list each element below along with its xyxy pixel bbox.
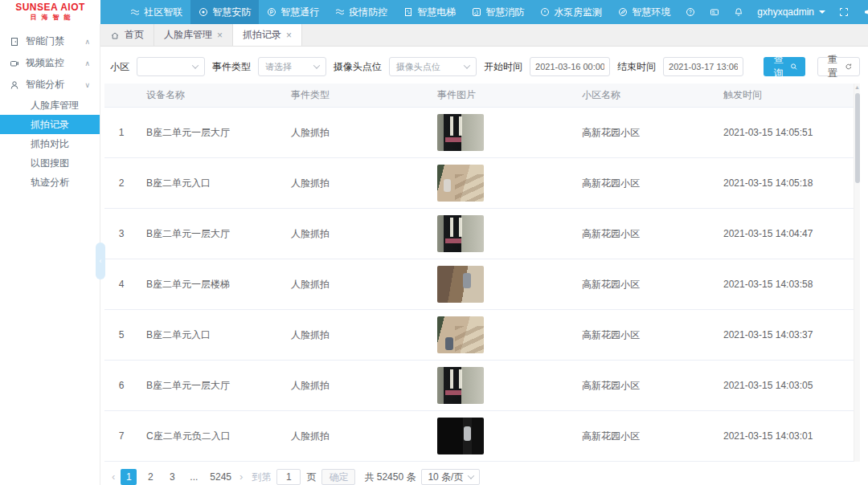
end-time-input[interactable] — [663, 57, 743, 76]
page-button-2[interactable]: 2 — [142, 469, 158, 485]
event-image-cell — [429, 411, 574, 462]
nav-item-水泵房监测[interactable]: 水泵房监测 — [532, 0, 610, 24]
nav-item-智慧通行[interactable]: 智慧通行 — [259, 0, 327, 24]
device-name: B座二单元入口 — [138, 158, 283, 209]
table-row: 7C座二单元负二入口人脸抓拍高新花园小区2021-03-15 14:03:01 — [104, 411, 854, 462]
nav-item-社区智联[interactable]: 社区智联 — [122, 0, 190, 24]
app-root: SUNSEA AIOT 日海智能 社区智联智慧安防智慧通行疫情防控智慧电梯智慧消… — [0, 0, 868, 485]
community-name: 高新花园小区 — [574, 259, 715, 310]
scroll-up-icon[interactable]: ▲ — [854, 84, 860, 92]
event-snapshot[interactable] — [437, 215, 484, 252]
nav-item-智慧安防[interactable]: 智慧安防 — [190, 0, 259, 24]
event-snapshot[interactable] — [437, 367, 484, 404]
community-label: 小区 — [110, 60, 129, 74]
elevator-icon — [403, 7, 413, 17]
community-name: 高新花园小区 — [574, 108, 715, 158]
event-snapshot[interactable] — [437, 165, 484, 202]
filter-bar: 小区 事件类型 请选择 摄像头点位 摄像头点位 开始时间 结束时间 — [100, 47, 868, 84]
nav-item-疫情防控[interactable]: 疫情防控 — [327, 0, 395, 24]
prev-page-icon[interactable]: ‹ — [112, 469, 115, 485]
row-index: 7 — [104, 411, 138, 462]
sidebar-item-人脸库管理[interactable]: 人脸库管理 — [0, 96, 100, 115]
refresh-icon — [845, 62, 852, 71]
person-icon — [10, 80, 19, 90]
total-count-label: 共 52450 条 — [364, 471, 416, 484]
row-index: 4 — [104, 259, 138, 310]
table-scrollbar[interactable]: ▲ — [854, 84, 860, 462]
camera-icon — [10, 59, 19, 68]
goto-page-input[interactable] — [276, 469, 301, 485]
sidebar-collapse-handle[interactable]: ‹ — [96, 243, 105, 279]
camera-label: 摄像头点位 — [334, 60, 382, 74]
page-button-...[interactable]: ... — [186, 469, 202, 485]
top-nav: 社区智联智慧安防智慧通行疫情防控智慧电梯智慧消防水泵房监测智慧环境 — [122, 0, 678, 24]
event-image-cell — [429, 361, 574, 411]
end-time-label: 结束时间 — [617, 60, 656, 74]
camera-select[interactable]: 摄像头点位 — [389, 57, 477, 76]
event-type: 人脸抓拍 — [283, 108, 429, 158]
goto-confirm-button[interactable]: 确定 — [321, 469, 355, 485]
community-name: 高新花园小区 — [574, 310, 715, 361]
community-select[interactable] — [137, 57, 205, 76]
tab-首页[interactable]: 首页 — [100, 24, 154, 46]
page-size-select[interactable]: 10 条/页 — [421, 469, 480, 485]
sidebar-group-智能门禁[interactable]: 智能门禁∧ — [0, 31, 100, 52]
event-image-cell — [429, 209, 574, 259]
page-numbers: 123...5245 — [121, 469, 234, 485]
event-image-cell — [429, 108, 574, 158]
epidemic-icon — [335, 7, 345, 17]
event-snapshot[interactable] — [437, 418, 484, 454]
event-type: 人脸抓拍 — [283, 259, 429, 310]
chevron-down-icon: ∨ — [84, 81, 90, 89]
event-type-select[interactable]: 请选择 — [258, 57, 326, 76]
event-snapshot[interactable] — [437, 266, 484, 303]
table-header-row: 设备名称事件类型事件图片小区名称触发时间 — [104, 84, 854, 108]
page-button-5245[interactable]: 5245 — [207, 469, 234, 485]
sidebar-group-视频监控[interactable]: 视频监控∧ — [0, 52, 100, 74]
nav-item-智慧消防[interactable]: 智慧消防 — [464, 0, 532, 24]
tab-人脸库管理[interactable]: 人脸库管理× — [154, 24, 233, 46]
card-icon[interactable] — [702, 0, 727, 24]
help-icon[interactable] — [678, 0, 702, 24]
sidebar-group-智能分析[interactable]: 智能分析∨ — [0, 74, 100, 96]
next-page-icon[interactable]: › — [240, 469, 243, 485]
sidebar-item-轨迹分析[interactable]: 轨迹分析 — [0, 173, 100, 192]
table-row: 4B座二单元一层楼梯人脸抓拍高新花园小区2021-03-15 14:03:58 — [104, 259, 854, 310]
event-image-cell — [429, 310, 574, 361]
goto-label: 到第 — [252, 471, 271, 484]
search-icon — [790, 62, 797, 71]
pagination: ‹ 123...5245 › 到第 页 确定 共 52450 条 10 条/页 — [100, 462, 868, 485]
sidebar-item-以图搜图[interactable]: 以图搜图 — [0, 153, 100, 173]
page-button-1[interactable]: 1 — [121, 469, 137, 485]
reset-button[interactable]: 重置 — [817, 57, 860, 76]
brand-logo: SUNSEA AIOT 日海智能 — [0, 0, 100, 24]
fullscreen-icon[interactable] — [832, 0, 856, 24]
chevron-down-icon — [819, 10, 825, 17]
sidebar-item-抓拍对比[interactable]: 抓拍对比 — [0, 134, 100, 153]
bell-icon[interactable] — [727, 0, 751, 24]
tab-抓拍记录[interactable]: 抓拍记录× — [233, 24, 302, 46]
row-index: 3 — [104, 209, 138, 259]
chevron-down-icon — [192, 62, 199, 68]
user-menu[interactable]: gxhyxqadmin — [751, 6, 832, 18]
chevron-up-icon: ∧ — [84, 59, 90, 67]
sidebar-item-抓拍记录[interactable]: 抓拍记录 — [0, 115, 100, 134]
row-index: 1 — [104, 108, 138, 158]
event-snapshot[interactable] — [437, 316, 484, 353]
close-icon[interactable]: × — [286, 30, 292, 41]
page-button-3[interactable]: 3 — [164, 469, 180, 485]
close-icon[interactable]: × — [217, 30, 223, 41]
records-table: 设备名称事件类型事件图片小区名称触发时间1B座二单元一层大厅人脸抓拍高新花园小区… — [104, 84, 854, 462]
nav-item-智慧环境[interactable]: 智慧环境 — [610, 0, 678, 24]
search-button[interactable]: 查询 — [764, 57, 805, 76]
scrollbar-thumb[interactable] — [855, 93, 860, 183]
edge-icon[interactable] — [856, 0, 868, 24]
start-time-input[interactable] — [530, 57, 610, 76]
tab-bar: 首页人脸库管理×抓拍记录× — [100, 24, 868, 47]
event-snapshot[interactable] — [437, 114, 484, 151]
table-row: 3B座二单元一层大厅人脸抓拍高新花园小区2021-03-15 14:04:47 — [104, 209, 854, 259]
community-name: 高新花园小区 — [574, 209, 715, 259]
col-小区名称: 小区名称 — [574, 84, 715, 108]
nav-item-智慧电梯[interactable]: 智慧电梯 — [395, 0, 464, 24]
sidebar: 智能门禁∧视频监控∧智能分析∨人脸库管理抓拍记录抓拍对比以图搜图轨迹分析 — [0, 24, 100, 485]
